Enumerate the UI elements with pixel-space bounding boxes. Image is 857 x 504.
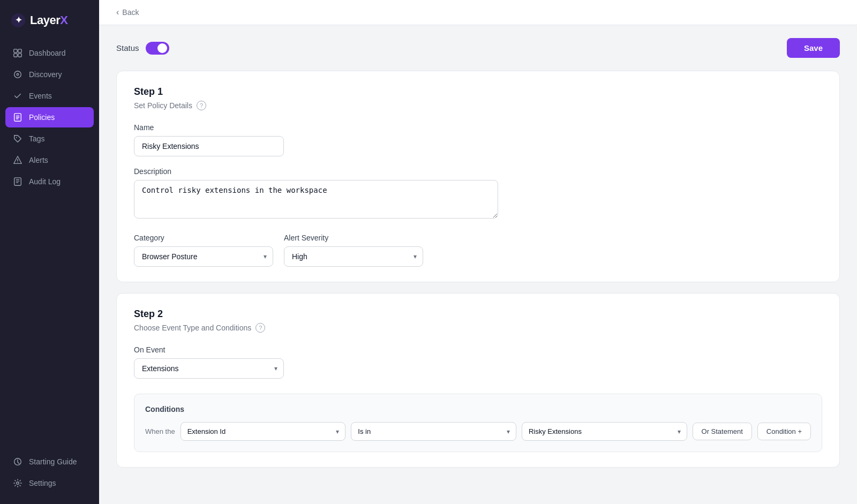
- logo-area: ✦ LayerX: [0, 0, 99, 43]
- alert-severity-field-group: Alert Severity Low Medium High Critical …: [284, 234, 423, 267]
- svg-text:✦: ✦: [15, 16, 22, 25]
- logo: ✦ LayerX: [11, 13, 88, 28]
- svg-rect-11: [14, 178, 21, 185]
- alert-severity-label: Alert Severity: [284, 234, 423, 242]
- on-event-select-wrapper: Extensions Downloads Uploads ▾: [134, 358, 284, 379]
- condition-row: When the Extension Id Extension Name Ext…: [145, 422, 811, 441]
- conditions-section: Conditions When the Extension Id Extensi…: [134, 394, 822, 452]
- category-field-group: Category Browser Posture Network Data Lo…: [134, 234, 273, 267]
- nav-items: Dashboard Discovery Events Policies: [0, 43, 99, 446]
- step2-help-icon[interactable]: ?: [255, 323, 265, 333]
- category-select-wrapper: Browser Posture Network Data Loss Preven…: [134, 246, 273, 267]
- svg-rect-4: [14, 54, 17, 57]
- description-textarea[interactable]: [134, 180, 498, 219]
- category-label: Category: [134, 234, 273, 242]
- status-group: Status: [116, 42, 169, 55]
- sidebar-item-tags[interactable]: Tags: [5, 129, 94, 149]
- sidebar-item-settings[interactable]: Settings: [5, 473, 94, 493]
- status-toggle[interactable]: [146, 42, 169, 55]
- starting-guide-icon: [13, 457, 22, 467]
- condition-operator-select[interactable]: Is in Is not in Equals Contains: [351, 422, 516, 441]
- name-input[interactable]: [134, 136, 284, 156]
- dashboard-icon: [13, 48, 22, 58]
- condition-operator-wrapper: Is in Is not in Equals Contains ▾: [351, 422, 516, 441]
- name-label: Name: [134, 123, 822, 132]
- svg-rect-2: [14, 49, 17, 52]
- sidebar-item-starting-guide[interactable]: Starting Guide: [5, 452, 94, 472]
- when-the-label: When the: [145, 427, 175, 435]
- svg-point-6: [14, 71, 21, 78]
- step1-help-icon[interactable]: ?: [197, 101, 206, 110]
- description-label: Description: [134, 167, 822, 176]
- on-event-label: On Event: [134, 345, 284, 354]
- condition-value-select[interactable]: Risky Extensions Safe Extensions: [522, 422, 687, 441]
- on-event-field-group: On Event Extensions Downloads Uploads ▾: [134, 345, 284, 379]
- page-content: Status Save Step 1 Set Policy Details ? …: [99, 25, 857, 504]
- topbar: ‹ Back: [99, 0, 857, 25]
- step1-subtitle: Set Policy Details ?: [134, 101, 822, 110]
- sidebar-item-alerts[interactable]: Alerts: [5, 150, 94, 170]
- sidebar-item-dashboard[interactable]: Dashboard: [5, 43, 94, 63]
- name-field-group: Name: [134, 123, 822, 156]
- svg-point-7: [17, 73, 19, 76]
- step1-title: Step 1: [134, 86, 822, 97]
- logo-text: LayerX: [30, 13, 67, 27]
- condition-field-wrapper: Extension Id Extension Name Extension Ve…: [181, 422, 346, 441]
- step2-subtitle: Choose Event Type and Conditions ?: [134, 323, 822, 333]
- step2-title: Step 2: [134, 309, 822, 320]
- back-link[interactable]: ‹ Back: [116, 7, 139, 17]
- sidebar-item-discovery[interactable]: Discovery: [5, 64, 94, 85]
- category-severity-row: Category Browser Posture Network Data Lo…: [134, 234, 822, 267]
- condition-plus-button[interactable]: Condition +: [757, 423, 811, 440]
- back-chevron-icon: ‹: [116, 7, 119, 17]
- svg-point-10: [17, 162, 18, 162]
- sidebar-item-policies[interactable]: Policies: [5, 107, 94, 127]
- on-event-select[interactable]: Extensions Downloads Uploads: [134, 358, 284, 379]
- sidebar-bottom: Starting Guide Settings: [0, 446, 99, 504]
- description-field-group: Description: [134, 167, 822, 221]
- sidebar: ✦ LayerX Dashboard Discovery: [0, 0, 99, 504]
- or-statement-button[interactable]: Or Statement: [693, 423, 752, 440]
- status-label: Status: [116, 43, 139, 52]
- logo-icon: ✦: [11, 13, 26, 28]
- status-row: Status Save: [116, 38, 840, 58]
- alert-severity-select-wrapper: Low Medium High Critical ▾: [284, 246, 423, 267]
- tags-icon: [13, 134, 22, 144]
- main-area: ‹ Back Status Save Step 1 Set Policy De: [99, 0, 857, 504]
- settings-icon: [13, 478, 22, 488]
- svg-point-9: [16, 137, 17, 138]
- condition-field-select[interactable]: Extension Id Extension Name Extension Ve…: [181, 422, 346, 441]
- conditions-title: Conditions: [145, 405, 811, 413]
- sidebar-item-audit-log[interactable]: Audit Log: [5, 171, 94, 192]
- svg-rect-5: [18, 54, 21, 57]
- sidebar-item-events[interactable]: Events: [5, 86, 94, 106]
- save-button[interactable]: Save: [787, 38, 840, 58]
- policies-icon: [13, 112, 22, 122]
- alerts-icon: [13, 155, 22, 165]
- events-icon: [13, 91, 22, 101]
- svg-rect-3: [18, 49, 21, 52]
- svg-point-13: [17, 482, 19, 485]
- category-select[interactable]: Browser Posture Network Data Loss Preven…: [134, 246, 273, 267]
- step2-card: Step 2 Choose Event Type and Conditions …: [116, 293, 840, 468]
- audit-log-icon: [13, 177, 22, 186]
- step1-card: Step 1 Set Policy Details ? Name Descrip…: [116, 71, 840, 282]
- discovery-icon: [13, 70, 22, 79]
- condition-value-wrapper: Risky Extensions Safe Extensions ▾: [522, 422, 687, 441]
- alert-severity-select[interactable]: Low Medium High Critical: [284, 246, 423, 267]
